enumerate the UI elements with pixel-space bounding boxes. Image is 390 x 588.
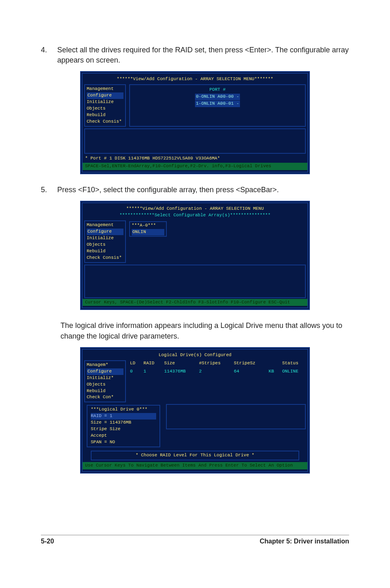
logical-drive-menu: ***Logical Drive 0*** RAID = 1 Size = 11… <box>87 405 160 447</box>
scr2-subtitle: *************Select Configurable Array(s… <box>85 212 305 219</box>
step4-text: Select all the drives required for the R… <box>57 45 349 65</box>
step5-num: 5. <box>41 185 57 195</box>
scr1-help-bar: SPACE-Sel,ENTER-EndArray,F10-Configure,F… <box>83 163 307 170</box>
menu-management: Management <box>87 86 123 92</box>
scr3-side-menu: Managem* Configure Initializ* Objects Re… <box>84 360 126 403</box>
scr2-help-bar: Cursor Keys, SPACE-(De)Select F2-ChldInf… <box>83 299 307 306</box>
td-stripes: 2 <box>197 368 231 376</box>
td-stripesz: 64 <box>231 368 266 376</box>
td-status: ONLINE <box>280 368 307 376</box>
logical-drive-table: LD RAID Size #Stripes StripeSz Status 0 … <box>128 359 307 376</box>
scr1-sel-row: * Port # 1 DISK 114376MB HDS722512VLSA80… <box>83 155 307 163</box>
scr3-help-bar: Use Cursor Keys To Navigate Between Item… <box>83 462 307 469</box>
menu3-configure: Configure <box>87 368 123 375</box>
ld-span: SPAN = NO <box>91 439 156 446</box>
menu3-rebuild: Rebuild <box>87 388 123 395</box>
scr1-blank <box>84 128 306 154</box>
scr2-title-pre: ******View/Add Configuration - <box>126 206 210 211</box>
th-status: Status <box>280 359 307 368</box>
step5-text: Press <F10>, select the configurable arr… <box>57 185 349 195</box>
menu-rebuild: Rebuild <box>87 112 123 119</box>
ld-box-title: ***Logical Drive 0*** <box>91 406 156 413</box>
menu-objects: Objects <box>87 105 123 112</box>
menu-configure: Configure <box>87 92 123 99</box>
td-raid: 1 <box>141 368 161 376</box>
ld-size: Size = 114376MB <box>91 420 156 426</box>
scr2-title: ARRAY SELECTION MENU <box>210 206 264 211</box>
menu3-management: Managem* <box>87 362 123 368</box>
menu2-configure: Configure <box>87 229 123 235</box>
th-ld: LD <box>128 359 141 368</box>
scr3-table-title: Logical Drive(s) Configured <box>159 352 231 357</box>
page-footer-right: Chapter 5: Driver installation <box>260 538 349 545</box>
menu3-check-con: Check Con* <box>87 394 123 401</box>
a0-box-sel: ONLIN <box>132 229 164 236</box>
menu2-initialize: Initialize <box>87 235 123 242</box>
menu2-rebuild: Rebuild <box>87 248 123 255</box>
th-stripes: #Stripes <box>197 359 231 368</box>
step4-num: 4. <box>41 45 57 65</box>
drive-row-1: 1-ONLIN A00-01 - <box>195 101 240 107</box>
page-footer-left: 5-20 <box>41 538 54 545</box>
ld-raid: RAID = 1 <box>91 413 156 420</box>
th-blank <box>266 359 280 368</box>
ld-caption: The logical drive information appears in… <box>61 321 349 341</box>
th-stripesz: StripeSz <box>231 359 266 368</box>
td-size: 114376MB <box>162 368 197 376</box>
td-ld: 0 <box>128 368 141 376</box>
ld-accept: Accept <box>91 433 156 439</box>
screenshot-array-selection: ******View/Add Configuration - ARRAY SEL… <box>80 71 310 174</box>
drive-row-0: 0-ONLIN A00-00 - <box>195 94 240 100</box>
screenshot-logical-drive: Logical Drive(s) Configured Managem* Con… <box>80 347 310 474</box>
menu3-objects: Objects <box>87 382 123 388</box>
scr2-blank <box>84 265 306 298</box>
scr1-body: PORT # 0-ONLIN A00-00 - 1-ONLIN A00-01 - <box>129 84 306 127</box>
ld-stripe: Stripe Size <box>91 426 156 433</box>
scr1-title-post: ******* <box>254 76 273 81</box>
table-row: 0 1 114376MB 2 64 KB ONLINE <box>128 368 307 376</box>
menu-initialize: Initialize <box>87 99 123 105</box>
menu-check-consis: Check Consis* <box>87 119 123 125</box>
menu2-check-consis: Check Consis* <box>87 255 123 261</box>
scr1-title: ARRAY SELECTION MENU <box>200 76 254 81</box>
scr2-body: ***A-0*** ONLIN <box>128 220 307 264</box>
port-label: PORT # <box>209 87 226 93</box>
choose-raid-box: * Choose RAID Level For This Logical Dri… <box>91 451 299 460</box>
td-unit: KB <box>266 368 280 376</box>
scr2-side-menu: Management Configure Initialize Objects … <box>84 220 126 263</box>
th-raid: RAID <box>141 359 161 368</box>
screenshot-select-configurable-array: ******View/Add Configuration - ARRAY SEL… <box>80 201 310 310</box>
scr1-side-menu: Management Configure Initialize Objects … <box>84 84 126 127</box>
scr1-title-pre: ******View/Add Configuration - <box>117 76 201 81</box>
menu3-initialize: Initializ* <box>87 375 123 382</box>
menu2-management: Management <box>87 222 123 229</box>
th-size: Size <box>162 359 197 368</box>
scr3-side-blank <box>166 404 306 429</box>
a0-box-label: ***A-0*** <box>132 222 164 229</box>
menu2-objects: Objects <box>87 242 123 248</box>
